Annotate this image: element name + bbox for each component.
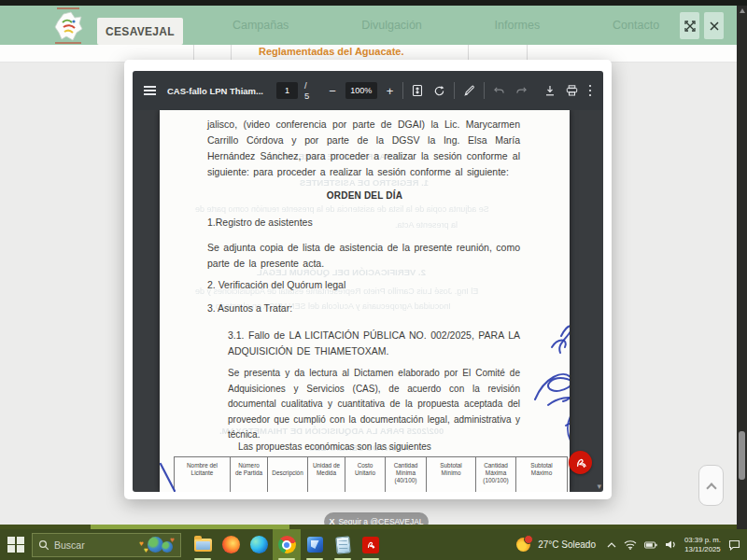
zoom-out-button[interactable]: − bbox=[326, 84, 339, 98]
doc-paragraph-proposals: Las propuestas económicas son las siguie… bbox=[238, 441, 431, 452]
doc-paragraph-dictamen: Se presenta y da lectura al Dictamen ela… bbox=[228, 366, 520, 443]
undo-icon[interactable] bbox=[491, 78, 507, 103]
taskbar-apps bbox=[189, 529, 385, 560]
taskbar-app-firefox[interactable] bbox=[217, 529, 245, 560]
chevron-up-icon bbox=[706, 483, 716, 493]
main-nav: Campañas Divulgación Informes Contacto bbox=[196, 6, 696, 45]
weather-label[interactable]: 27°C Soleado bbox=[538, 539, 596, 550]
more-options-icon[interactable] bbox=[586, 78, 594, 103]
table-header-cell: CantidadMínima(40/100) bbox=[386, 456, 427, 492]
brand-button[interactable]: CESAVEJAL bbox=[97, 18, 183, 45]
pdf-toolbar: CAS-fallo LPN Thiam... / 5 − 100% + bbox=[133, 71, 603, 110]
weather-icon[interactable] bbox=[516, 538, 530, 552]
rotate-icon[interactable] bbox=[431, 78, 447, 103]
pdf-page: DESARROLLO DE LA REUNIÓN 1. REGISTRO DE … bbox=[160, 110, 570, 492]
acrobat-app-icon bbox=[362, 537, 379, 553]
proposals-table: Nombre delLicitante Númerode Partida Des… bbox=[174, 456, 568, 492]
signature-ink bbox=[529, 319, 570, 450]
nav-item-contacto[interactable]: Contacto bbox=[613, 19, 659, 32]
table-header-cell: Nombre delLicitante bbox=[174, 456, 231, 492]
window-top-border bbox=[0, 0, 747, 6]
page-total: / 5 bbox=[304, 80, 313, 101]
scrollbar-thumb[interactable] bbox=[739, 431, 745, 480]
screen: CESAVEJAL Campañas Divulgación Informes … bbox=[0, 0, 747, 560]
windows-logo-icon bbox=[7, 537, 24, 553]
taskbar-search[interactable]: ♥ ♥ ♥ bbox=[32, 533, 181, 557]
doc-item-2: 2. Verificación del Quórum legal bbox=[207, 279, 345, 290]
logo-caption-top bbox=[57, 7, 79, 9]
taskbar-app-edge[interactable] bbox=[245, 529, 273, 560]
table-header-cell: CantidadMáxima(100/100) bbox=[476, 456, 516, 492]
nav-item-campanas[interactable]: Campañas bbox=[233, 19, 289, 32]
network-icon[interactable] bbox=[624, 539, 637, 550]
fit-page-icon[interactable] bbox=[410, 78, 425, 103]
acrobat-badge[interactable] bbox=[569, 451, 592, 474]
page-scrollbar[interactable] bbox=[737, 6, 747, 529]
search-input[interactable] bbox=[54, 539, 123, 551]
zoom-level[interactable]: 100% bbox=[345, 82, 377, 99]
table-header-cell: Unidad deMedida bbox=[308, 456, 345, 492]
taskbar: ♥ ♥ ♥ 27°C Soleado bbox=[0, 529, 747, 560]
system-tray: 27°C Soleado 03:39 p. m. 13/11/2025 bbox=[516, 536, 747, 553]
doc-item-3-1: 3.1. Fallo de LA LICITACIÓN PÚBLICA NO. … bbox=[228, 328, 520, 359]
battery-icon[interactable] bbox=[644, 541, 657, 549]
taskbar-app-microsoft[interactable] bbox=[301, 529, 329, 560]
acrobat-icon bbox=[573, 455, 588, 470]
close-button[interactable] bbox=[704, 12, 724, 39]
download-icon[interactable] bbox=[543, 78, 557, 103]
bleedthrough-text: Se adjunta copia de la lista de asistenc… bbox=[195, 204, 489, 214]
taskbar-app-file-explorer[interactable] bbox=[189, 529, 217, 560]
table-header-cell: Númerode Partida bbox=[231, 456, 268, 492]
notepad-icon bbox=[335, 536, 351, 553]
doc-paragraph-attendance: Se adjunta copia de lista de asistencia … bbox=[207, 240, 520, 272]
doc-paragraph-intro: jalisco, (video conferencia por parte de… bbox=[207, 117, 520, 180]
notification-icon[interactable] bbox=[728, 539, 740, 551]
doc-item-3: 3. Asuntos a Tratar: bbox=[207, 302, 292, 314]
table-header-cell: CostoUnitario bbox=[345, 456, 386, 492]
table-header-cell: Descripción bbox=[268, 456, 308, 492]
chrome-icon bbox=[278, 536, 296, 553]
print-icon[interactable] bbox=[564, 78, 580, 103]
menu-icon[interactable] bbox=[142, 78, 158, 103]
taskbar-clock[interactable]: 03:39 p. m. 13/11/2025 bbox=[684, 536, 721, 553]
cesavejal-logo[interactable] bbox=[50, 7, 86, 45]
scrollbar-up-arrow-icon[interactable] bbox=[740, 8, 745, 13]
microsoft-app-icon bbox=[307, 537, 323, 553]
firefox-icon bbox=[222, 536, 240, 553]
nav-item-informes[interactable]: Informes bbox=[495, 19, 541, 32]
campaign-label: Reglamentadas del Aguacate. bbox=[259, 46, 403, 57]
search-icon bbox=[38, 539, 49, 551]
annotate-pen-icon[interactable] bbox=[461, 78, 477, 103]
search-daily-art: ♥ ♥ ♥ bbox=[138, 535, 177, 556]
page-number-input[interactable] bbox=[276, 82, 298, 99]
table-header-cell: SubtotalMáximo bbox=[516, 456, 568, 492]
volume-icon[interactable] bbox=[665, 539, 677, 550]
clock-date: 13/11/2025 bbox=[684, 545, 721, 554]
taskbar-app-acrobat[interactable] bbox=[357, 529, 385, 560]
jalisco-map-icon bbox=[50, 7, 86, 45]
expand-icon bbox=[684, 20, 697, 33]
table-header-cell: SubtotalMínimo bbox=[427, 456, 476, 492]
doc-item-1: 1.Registro de asistentes bbox=[207, 217, 313, 228]
taskbar-app-chrome[interactable] bbox=[273, 529, 301, 560]
redo-icon[interactable] bbox=[514, 78, 529, 103]
pdf-viewer-canvas[interactable]: DESARROLLO DE LA REUNIÓN 1. REGISTRO DE … bbox=[133, 110, 603, 492]
pdf-scroll-down-icon[interactable]: ▾ bbox=[597, 482, 601, 491]
start-button[interactable] bbox=[0, 529, 32, 560]
edge-icon bbox=[250, 536, 268, 553]
logo-caption-bottom bbox=[55, 42, 81, 44]
site-header: CESAVEJAL Campañas Divulgación Informes … bbox=[0, 6, 737, 45]
zoom-in-button[interactable]: + bbox=[384, 84, 397, 98]
pdf-title: CAS-fallo LPN Thiam... bbox=[167, 86, 263, 96]
taskbar-app-notepad[interactable] bbox=[329, 529, 357, 560]
nav-item-divulgacion[interactable]: Divulgación bbox=[361, 19, 422, 32]
back-to-top-button[interactable] bbox=[698, 465, 724, 506]
file-explorer-icon bbox=[194, 539, 212, 552]
signature-stroke-icon bbox=[160, 461, 178, 492]
bleedthrough-text: la presente Acta. bbox=[395, 220, 458, 230]
close-icon bbox=[709, 21, 720, 32]
tray-chevron-icon[interactable] bbox=[607, 542, 616, 548]
expand-button[interactable] bbox=[680, 12, 699, 39]
clock-time: 03:39 p. m. bbox=[684, 536, 721, 545]
heart-icon: ♥ bbox=[170, 537, 175, 544]
